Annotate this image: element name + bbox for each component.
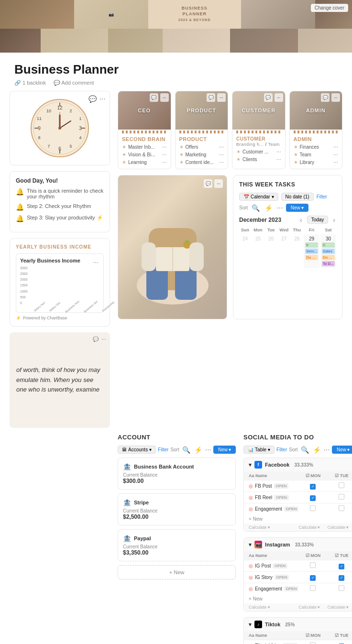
- tt-video-mon-checkbox[interactable]: [310, 642, 316, 644]
- account-section: ACCOUNT 🏛 Accounts ▾ Filter Sort 🔍 ⚡ ···…: [118, 434, 236, 644]
- add-comment[interactable]: 💬 Add comment: [54, 80, 94, 86]
- fb-post-tue-checkbox[interactable]: [339, 482, 344, 488]
- svg-rect-25: [175, 266, 197, 300]
- card-title-4[interactable]: ADMIN: [290, 134, 342, 143]
- fb-post-mon-checkbox[interactable]: ✓: [310, 484, 316, 490]
- account-new-button[interactable]: New ▾: [213, 446, 236, 454]
- svg-rect-29: [142, 242, 156, 271]
- quote-comment-icon[interactable]: 💬: [92, 336, 99, 342]
- instagram-add-new[interactable]: + New: [244, 594, 352, 603]
- card-wave-2: [179, 131, 224, 133]
- card-item-menu-2[interactable]: ···: [162, 152, 166, 157]
- social-new-button[interactable]: New ▾: [332, 446, 352, 454]
- calendar-prev-button[interactable]: ‹: [299, 216, 303, 224]
- card-item-menu-5[interactable]: ···: [219, 152, 224, 157]
- card-menu-icon-3[interactable]: ···: [275, 93, 283, 102]
- bottom-left-spacer: [10, 434, 110, 644]
- fb-eng-tue-checkbox[interactable]: [339, 505, 344, 511]
- ig-row-post: ◎ IG Post OPEN ✓: [244, 560, 352, 571]
- card-item-menu-1[interactable]: ···: [162, 144, 166, 150]
- account-card-2[interactable]: 🏦 Stripe Current Balance $2,500.00: [118, 493, 236, 525]
- cal-cell-29[interactable]: 29 0 Serv... Do ...: [304, 234, 319, 268]
- ig-post-status: OPEN: [273, 563, 287, 568]
- card-title-2[interactable]: PRODUCT: [176, 134, 228, 143]
- ig-story-mon-checkbox[interactable]: ✓: [310, 575, 316, 581]
- cal-header-fri: Fri: [304, 227, 319, 233]
- card-menu-icon-4[interactable]: ···: [331, 93, 340, 102]
- chart-menu-icon[interactable]: ···: [92, 258, 99, 266]
- tasks-bolt-icon[interactable]: ⚡: [264, 204, 274, 212]
- tasks-new-button[interactable]: New ▾: [286, 204, 308, 212]
- social-view-button[interactable]: 📊 Table ▾: [243, 446, 275, 454]
- card-title-1[interactable]: SECOND BRAIN: [118, 134, 171, 143]
- account-add-new-button[interactable]: + New: [118, 565, 236, 579]
- social-filter-button[interactable]: Filter: [276, 447, 287, 452]
- ig-eng-tue-checkbox[interactable]: [339, 585, 344, 591]
- card-item-menu-9[interactable]: ···: [333, 144, 338, 150]
- account-search-icon[interactable]: 🔍: [181, 446, 191, 454]
- tasks-search-icon[interactable]: 🔍: [251, 204, 261, 212]
- card-comment-icon-3[interactable]: 💬: [264, 93, 273, 102]
- no-date-button[interactable]: No date (1): [281, 193, 314, 201]
- cards-row: 💬 ··· CEO SECOND BRAIN ☀Master Inb... ··…: [118, 91, 342, 169]
- tasks-filter-button[interactable]: Filter: [317, 194, 327, 199]
- card-menu-icon-1[interactable]: ···: [160, 93, 169, 102]
- account-bolt-icon[interactable]: ⚡: [193, 446, 203, 454]
- social-search-icon[interactable]: 🔍: [300, 446, 310, 454]
- tasks-more-icon[interactable]: ···: [276, 204, 283, 212]
- today-button[interactable]: Today: [307, 216, 329, 224]
- card-item-menu-10[interactable]: ···: [333, 152, 338, 157]
- image-comment-icon[interactable]: 💬: [204, 179, 212, 188]
- fb-eng-mon-checkbox[interactable]: [310, 505, 316, 511]
- social-sort-button[interactable]: Sort: [289, 447, 297, 452]
- card-item-menu-3[interactable]: ···: [162, 159, 166, 165]
- cal-cell-26: 26: [265, 234, 277, 268]
- account-sort-button[interactable]: Sort: [170, 447, 179, 452]
- tasks-section: THIS WEEK TASKS 📅 Calendar ▾ No date (1)…: [233, 175, 342, 319]
- social-toolbar: 📊 Table ▾ Filter Sort 🔍 ⚡ ··· New ▾: [243, 446, 352, 454]
- facebook-add-new[interactable]: + New: [244, 514, 352, 524]
- ig-story-tue-checkbox[interactable]: ✓: [339, 575, 344, 581]
- ig-eng-mon-checkbox[interactable]: [310, 585, 316, 591]
- card-item-menu-7[interactable]: ···: [276, 149, 281, 154]
- tiktok-table-header: Aa Name ☑ MON ☑ TUE ☑ W: [244, 631, 352, 640]
- calendar-view-button[interactable]: 📅 Calendar ▾: [239, 193, 278, 201]
- card-item-menu-6[interactable]: ···: [219, 159, 224, 165]
- card-items-2: ☀Offers ··· ☀Marketing ··· ☀Content ide.…: [176, 143, 228, 169]
- card-comment-icon-4[interactable]: 💬: [321, 93, 330, 102]
- card-comment-icon-2[interactable]: 💬: [207, 93, 215, 102]
- change-cover-button[interactable]: Change cover: [311, 4, 348, 12]
- fb-reel-tue-checkbox[interactable]: [339, 494, 344, 500]
- card-item-1-2: ☀Vision & Bi... ···: [120, 151, 169, 158]
- calendar-next-button[interactable]: ›: [332, 216, 336, 224]
- account-card-1[interactable]: 🏦 Business Bank Account Current Balance …: [118, 458, 236, 490]
- account-card-3[interactable]: 🏦 Paypal Current Balance $3,350.00: [118, 529, 236, 561]
- social-bolt-icon[interactable]: ⚡: [312, 446, 322, 454]
- card-item-menu-8[interactable]: ···: [276, 156, 281, 162]
- ig-post-tue-checkbox[interactable]: ✓: [339, 564, 344, 569]
- account-filter-button[interactable]: Filter: [158, 447, 168, 452]
- card-item-menu-4[interactable]: ···: [219, 144, 224, 150]
- image-menu-icon[interactable]: ···: [214, 179, 223, 188]
- cal-cell-30[interactable]: 30 C Sales Do ... To D...: [320, 234, 336, 268]
- account-more-icon[interactable]: ···: [205, 446, 211, 454]
- accounts-view-button[interactable]: 🏛 Accounts ▾: [118, 446, 156, 454]
- card-title-3[interactable]: CUSTOMER Branding h... / Team: [232, 134, 285, 148]
- tasks-sort-button[interactable]: Sort: [239, 205, 248, 210]
- card-item-3-1: ☀Customer ... ···: [234, 148, 283, 155]
- card-comment-icon-1[interactable]: 💬: [150, 93, 158, 102]
- svg-text:8: 8: [38, 135, 40, 140]
- social-header: SOCIAL MEDIA TO DO: [243, 434, 352, 441]
- ig-post-mon-checkbox[interactable]: [310, 562, 316, 568]
- clock-menu-icon[interactable]: ···: [99, 95, 106, 103]
- quote-menu-icon[interactable]: ···: [101, 336, 106, 342]
- card-subtitle-3: Branding h...: [236, 142, 264, 147]
- account-balance-1: $300.00: [123, 478, 231, 484]
- account-header: ACCOUNT: [118, 434, 236, 441]
- backlink[interactable]: 🔗 1 backlink: [14, 80, 46, 86]
- card-item-menu-11[interactable]: ···: [333, 159, 338, 165]
- clock-comment-icon[interactable]: 💬: [88, 95, 98, 103]
- card-menu-icon-2[interactable]: ···: [217, 93, 226, 102]
- social-more-icon[interactable]: ···: [324, 446, 330, 454]
- fb-reel-mon-checkbox[interactable]: ✓: [310, 495, 316, 501]
